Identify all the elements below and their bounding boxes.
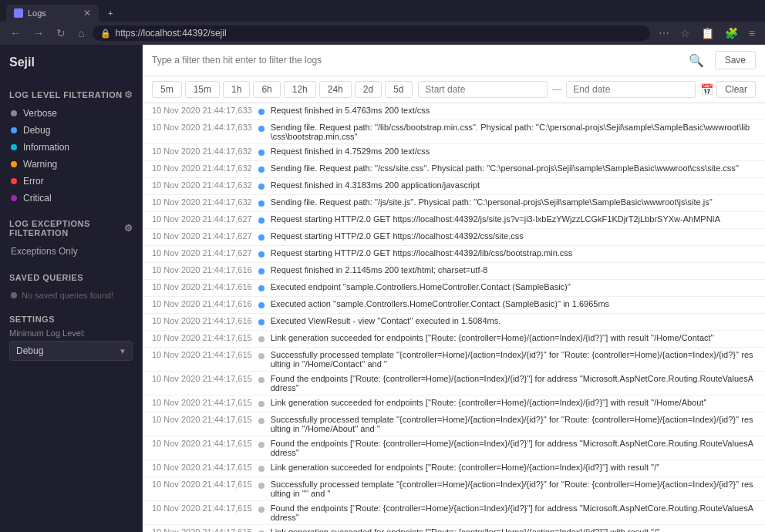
log-level-dot	[258, 442, 265, 448]
exceptions-title-label: Log Exceptions Filteration	[9, 219, 124, 237]
log-level-information[interactable]: Information	[0, 139, 142, 156]
information-dot	[11, 144, 17, 150]
log-message: Executed endpoint ''sample.Controllers.H…	[271, 282, 756, 291]
log-level-filter-icon[interactable]: ⚙	[124, 89, 133, 100]
log-message: Request starting HTTP/2.0 GET https://lo…	[271, 248, 756, 258]
log-level-error[interactable]: Error	[0, 173, 142, 190]
log-entry: 10 Nov 2020 21:44:17,616Executed endpoin…	[143, 280, 765, 297]
back-button[interactable]: ←	[6, 25, 25, 41]
critical-dot	[11, 195, 17, 201]
time-24h-button[interactable]: 24h	[319, 81, 352, 98]
start-date-input[interactable]	[418, 81, 548, 98]
search-button[interactable]: 🔍	[684, 52, 709, 69]
tab-bar: Logs ✕ +	[0, 0, 765, 22]
exceptions-only-item[interactable]: Exceptions Only	[0, 242, 142, 261]
log-timestamp: 10 Nov 2020 21:44:17,615	[152, 333, 252, 342]
calendar-icon[interactable]: 📅	[700, 83, 713, 96]
active-tab[interactable]: Logs ✕	[6, 5, 99, 22]
log-message: Link generation succeeded for endpoints …	[271, 527, 756, 532]
log-level-critical[interactable]: Critical	[0, 190, 142, 207]
log-entry: 10 Nov 2020 21:44:17,615Found the endpoi…	[143, 372, 765, 396]
log-message: Successfully processed template ''{contr…	[271, 350, 756, 369]
reading-list-icon[interactable]: 📋	[697, 25, 718, 41]
menu-icon[interactable]: ≡	[745, 25, 759, 41]
address-input[interactable]	[115, 28, 642, 39]
log-level-dot	[258, 377, 265, 383]
information-label: Information	[23, 142, 69, 153]
no-saved-label: No saved queries found!	[22, 291, 113, 300]
log-entry: 10 Nov 2020 21:44:17,633Request finished…	[143, 103, 765, 120]
log-message: Found the endpoints [''Route: {controlle…	[271, 503, 756, 522]
log-level-dot	[258, 167, 265, 173]
log-level-dot	[258, 483, 265, 489]
log-entry: 10 Nov 2020 21:44:17,633Sending file. Re…	[143, 120, 765, 144]
log-level-warning[interactable]: Warning	[0, 156, 142, 173]
log-entry: 10 Nov 2020 21:44:17,615Found the endpoi…	[143, 436, 765, 460]
verbose-dot	[11, 110, 17, 116]
new-tab-button[interactable]: +	[102, 5, 125, 21]
log-message: Link generation succeeded for endpoints …	[271, 463, 756, 472]
log-message: Found the endpoints [''Route: {controlle…	[271, 439, 756, 457]
min-log-level-select[interactable]: Verbose Debug Information Warning Error …	[9, 341, 133, 361]
log-timestamp: 10 Nov 2020 21:44:17,627	[152, 248, 252, 258]
log-timestamp: 10 Nov 2020 21:44:17,615	[152, 374, 252, 383]
end-date-input[interactable]	[566, 81, 696, 98]
time-6h-button[interactable]: 6h	[253, 81, 280, 98]
filter-input[interactable]	[152, 55, 678, 66]
saved-queries-section: Saved Queries No saved queries found!	[0, 268, 142, 304]
log-level-dot	[258, 353, 265, 359]
saved-queries-label: Saved Queries	[9, 273, 83, 282]
log-level-dot	[258, 507, 265, 513]
log-level-verbose[interactable]: Verbose	[0, 105, 142, 122]
log-level-dot	[258, 109, 265, 115]
tab-close-button[interactable]: ✕	[83, 8, 91, 19]
verbose-label: Verbose	[23, 108, 57, 119]
log-entry: 10 Nov 2020 21:44:17,632Sending file. Re…	[143, 161, 765, 178]
log-message: Request starting HTTP/2.0 GET https://lo…	[271, 231, 756, 241]
log-timestamp: 10 Nov 2020 21:44:17,616	[152, 316, 252, 325]
bookmarks-icon[interactable]: ⋯	[655, 25, 673, 41]
log-entry: 10 Nov 2020 21:44:17,616Executed action …	[143, 297, 765, 314]
log-level-label: Log Level Filteration	[9, 90, 123, 99]
time-15m-button[interactable]: 15m	[185, 81, 220, 98]
log-level-debug[interactable]: Debug	[0, 122, 142, 139]
saved-queries-header: Saved Queries	[0, 268, 142, 287]
warning-label: Warning	[23, 159, 57, 170]
log-timestamp: 10 Nov 2020 21:44:17,615	[152, 480, 252, 489]
extensions-icon[interactable]: 🧩	[721, 25, 742, 41]
forward-button[interactable]: →	[29, 25, 48, 41]
log-message: Request finished in 5.4763ms 200 text/cs…	[271, 106, 756, 115]
home-button[interactable]: ⌂	[74, 25, 88, 41]
clear-button[interactable]: Clear	[716, 81, 756, 98]
exceptions-filter-icon[interactable]: ⚙	[124, 223, 133, 234]
log-entry: 10 Nov 2020 21:44:17,616Executed ViewRes…	[143, 314, 765, 331]
log-entry: 10 Nov 2020 21:44:17,632Request finished…	[143, 178, 765, 195]
log-level-dot	[258, 466, 265, 472]
log-entry: 10 Nov 2020 21:44:17,627Request starting…	[143, 229, 765, 246]
tab-icon	[14, 8, 23, 18]
refresh-button[interactable]: ↻	[52, 25, 69, 41]
log-entry: 10 Nov 2020 21:44:17,615Successfully pro…	[143, 412, 765, 436]
time-5d-button[interactable]: 5d	[385, 81, 412, 98]
time-5m-button[interactable]: 5m	[152, 81, 182, 98]
log-level-dot	[258, 234, 265, 241]
log-level-dot	[258, 184, 265, 190]
min-log-level-select-wrap: Verbose Debug Information Warning Error …	[9, 341, 133, 361]
time-2d-button[interactable]: 2d	[355, 81, 382, 98]
time-1h-button[interactable]: 1h	[223, 81, 250, 98]
log-entry: 10 Nov 2020 21:44:17,615Found the endpoi…	[143, 501, 765, 525]
main-content: 🔍 Save 5m 15m 1h 6h 12h 24h 2d 5d — 📅 Cl…	[143, 45, 765, 532]
log-level-dot	[258, 336, 265, 342]
log-message: Request finished in 4.7529ms 200 text/cs…	[271, 146, 756, 156]
log-timestamp: 10 Nov 2020 21:44:17,632	[152, 146, 252, 156]
star-icon[interactable]: ☆	[676, 25, 694, 41]
log-message: Link generation succeeded for endpoints …	[271, 333, 756, 342]
log-level-dot	[258, 200, 265, 207]
log-timestamp: 10 Nov 2020 21:44:17,615	[152, 463, 252, 472]
error-label: Error	[23, 176, 44, 187]
save-button[interactable]: Save	[715, 51, 756, 69]
time-12h-button[interactable]: 12h	[284, 81, 316, 98]
log-timestamp: 10 Nov 2020 21:44:17,627	[152, 231, 252, 241]
log-entry: 10 Nov 2020 21:44:17,615Link generation …	[143, 525, 765, 532]
tab-label: Logs	[28, 8, 46, 18]
